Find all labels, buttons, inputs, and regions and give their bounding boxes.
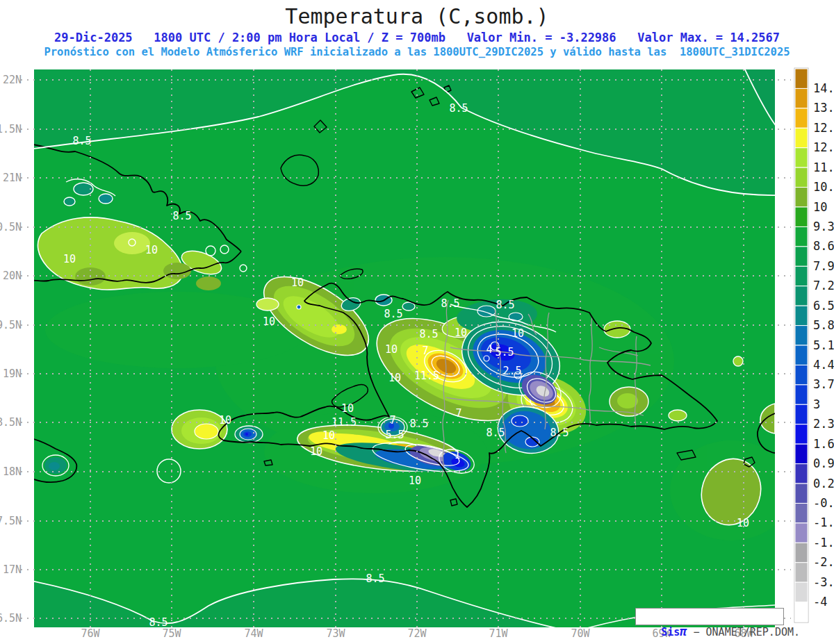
colorbar-tick-label: -3.3 <box>813 575 834 589</box>
contour-value-label: 8.5 <box>550 427 569 439</box>
colorbar-segment <box>795 167 808 187</box>
colorbar-segment <box>795 365 808 384</box>
lat-tick-label: 21N <box>3 172 22 184</box>
colorbar-segment <box>795 148 808 167</box>
lat-tick-label: 18N <box>3 465 22 478</box>
colorbar-tick-label: 1.6 <box>813 437 834 451</box>
lat-tick-label: 1.5N <box>0 123 22 135</box>
colorbar-tick-label: 12.1 <box>813 140 834 154</box>
colorbar-segment <box>795 128 808 147</box>
colorbar-tick-label: -4 <box>813 595 827 609</box>
lat-tick-label: 19N <box>3 368 22 380</box>
colorbar-segment <box>795 108 808 128</box>
contour-value-label: 8.5 <box>366 572 384 585</box>
colorbar-segment <box>795 286 808 306</box>
contour-value-label: 8.5 <box>496 299 514 311</box>
colorbar-tick-label: 9.3 <box>813 220 834 233</box>
contour-value-label: 8.5 <box>72 135 91 147</box>
colorbar-tick-label: 7.2 <box>813 279 834 292</box>
lat-tick-label: 7.5N <box>0 515 22 527</box>
page-title: Temperatura (C,somb.) <box>0 4 834 28</box>
contour-value-label: 10 <box>455 327 467 339</box>
lat-tick-label: 20N <box>3 270 22 282</box>
colorbar-segment <box>795 404 808 424</box>
contour-value-label: 10 <box>512 327 524 340</box>
colorbar-segment <box>795 484 808 503</box>
contour-value-label: 10 <box>389 372 401 384</box>
colorbar: 14.213.512.812.111.410.7109.38.67.97.26.… <box>794 68 834 622</box>
colorbar-tick-label: 10.7 <box>813 180 834 194</box>
contour-value-label: 10 <box>263 315 275 328</box>
colorbar-segment <box>795 247 808 266</box>
contour-value-label: 8.5 <box>449 102 468 115</box>
colorbar-tick-label: -1.9 <box>813 536 834 550</box>
contour-value-label: 10 <box>385 343 398 356</box>
map-canvas <box>24 67 792 628</box>
watermark-pi-logo: π <box>680 625 687 638</box>
colorbar-segment <box>795 226 808 246</box>
colorbar-tick-label: 8.6 <box>813 239 834 253</box>
colorbar-segment <box>795 543 808 562</box>
colorbar-segment <box>795 563 808 582</box>
contour-value-label: 11.5 <box>414 370 439 382</box>
lon-tick-label: 71W <box>489 627 508 640</box>
contour-value-label: 8.5 <box>409 418 428 430</box>
colorbar-tick-label: 5.1 <box>813 338 834 352</box>
contour-value-label: 7 <box>389 414 395 427</box>
colorbar-tick-label: -2.6 <box>813 555 834 569</box>
colorbar-tick-label: -0.5 <box>813 496 834 510</box>
contour-value-label: 10 <box>145 244 158 256</box>
lat-tick-label: 0.5N <box>0 221 22 233</box>
contour-value-label: 8.5 <box>486 427 505 439</box>
colorbar-segment <box>795 523 808 543</box>
lon-tick-label: 70W <box>571 627 590 640</box>
lat-tick-label: 22N <box>3 74 22 86</box>
colorbar-segment <box>795 345 808 365</box>
colorbar-tick-label: 2.3 <box>813 417 834 431</box>
lat-tick-label: 9.5N <box>0 319 22 331</box>
contour-value-label: 7 <box>455 407 461 420</box>
lat-tick-label: 6.5N <box>0 612 22 625</box>
colorbar-segment <box>795 424 808 444</box>
colorbar-tick-label: 4.4 <box>813 358 834 372</box>
contour-value-label: 11.5 <box>332 416 357 429</box>
colorbar-tick-label: 11.4 <box>813 160 834 174</box>
contour-value-label: 8.5 <box>172 210 191 222</box>
subtitle-valid-time: 29-Dic-2025 1800 UTC / 2:00 pm Hora Loca… <box>0 31 834 44</box>
lat-tick-label: 8.5N <box>0 416 22 429</box>
colorbar-segment <box>795 88 808 108</box>
colorbar-segment <box>795 464 808 484</box>
colorbar-tick-label: 14.2 <box>813 81 834 95</box>
contour-value-label: 10 <box>310 445 322 458</box>
colorbar-segment <box>795 266 808 286</box>
lon-tick-label: 74W <box>244 627 263 640</box>
watermark-agency: − ONAMET/REP.DOM. <box>687 626 800 638</box>
contour-value-label: 10 <box>341 402 354 415</box>
lon-tick-label: 72W <box>407 627 427 640</box>
colorbar-segment <box>795 444 808 463</box>
colorbar-segment <box>795 503 808 522</box>
colorbar-tick-label: 3 <box>813 397 820 411</box>
colorbar-tick-label: 12.8 <box>813 121 834 135</box>
contour-value-label: 5.5 <box>495 346 514 358</box>
colorbar-tick-label: 5.8 <box>813 318 834 332</box>
contour-value-label: 2.5 <box>502 365 521 377</box>
temperature-map: 8.58.58.5101010108.58.58.58.5101010745.5… <box>0 0 834 644</box>
contour-value-label: 10 <box>737 517 749 529</box>
contour-value-label: 1 <box>454 449 460 461</box>
contour-value-label: 7 <box>422 345 428 357</box>
watermark-brand: Sis <box>661 626 680 638</box>
contour-value-label: 5.5 <box>385 429 404 441</box>
contour-value-label: 4 <box>486 343 492 356</box>
colorbar-segment <box>795 306 808 325</box>
lon-tick-label: 76W <box>81 627 100 640</box>
colorbar-tick-label: 10 <box>813 200 827 214</box>
colorbar-tick-label: 0.9 <box>813 456 834 470</box>
subtitle-model-info: Pronóstico con el Modelo Atmósferico WRF… <box>0 46 834 58</box>
colorbar-tick-label: 13.5 <box>813 101 834 115</box>
colorbar-segment <box>795 602 808 622</box>
colorbar-tick-label: 7.9 <box>813 259 834 273</box>
watermark: Sisπ − ONAMET/REP.DOM. <box>635 608 784 625</box>
colorbar-segment <box>795 582 808 602</box>
colorbar-tick-label: 0.2 <box>813 477 834 490</box>
